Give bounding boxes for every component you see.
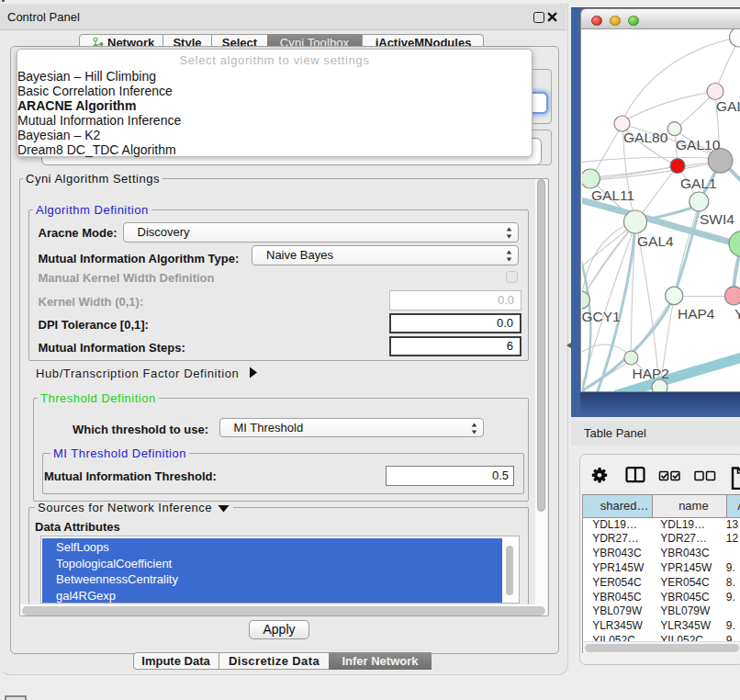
svg-text:GCY1: GCY1 [582, 309, 621, 324]
svg-text:GAL7: GAL7 [716, 98, 740, 114]
svg-text:HAP4: HAP4 [678, 306, 715, 322]
svg-text:GAL11: GAL11 [591, 187, 634, 203]
svg-text:Y: Y [734, 306, 740, 322]
svg-text:GAL10: GAL10 [676, 137, 721, 152]
svg-text:SWI4: SWI4 [700, 211, 734, 227]
svg-text:GAL80: GAL80 [623, 130, 668, 145]
svg-text:GAL4: GAL4 [637, 233, 674, 249]
svg-text:HAP2: HAP2 [633, 366, 670, 381]
svg-text:GAL1: GAL1 [680, 175, 717, 191]
